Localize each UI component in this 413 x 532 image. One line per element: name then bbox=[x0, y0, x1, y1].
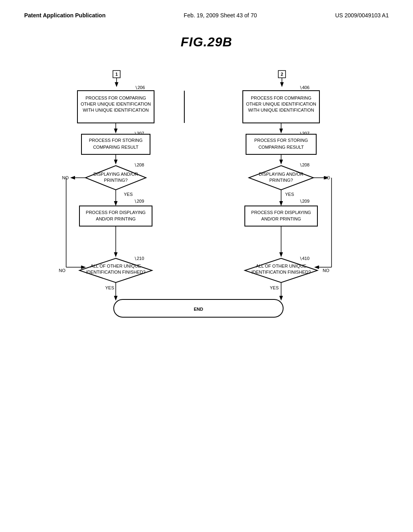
svg-text:YES: YES bbox=[285, 192, 294, 197]
svg-rect-61 bbox=[245, 206, 317, 226]
svg-text:∖209: ∖209 bbox=[134, 199, 144, 204]
svg-text:∖406: ∖406 bbox=[299, 85, 309, 90]
page: Patent Application Publication Feb. 19, … bbox=[0, 0, 413, 532]
svg-text:∖210: ∖210 bbox=[134, 256, 144, 261]
svg-text:ALL OF OTHER UNIQUE: ALL OF OTHER UNIQUE bbox=[91, 264, 141, 268]
svg-text:WITH UNIQUE IDENTIFICATION: WITH UNIQUE IDENTIFICATION bbox=[248, 108, 314, 112]
svg-text:DISPLAYING AND/OR: DISPLAYING AND/OR bbox=[259, 172, 303, 177]
svg-text:YES: YES bbox=[105, 285, 114, 290]
svg-text:COMPARING RESULT: COMPARING RESULT bbox=[93, 145, 139, 150]
svg-text:1: 1 bbox=[115, 72, 118, 77]
svg-text:DISPLAYING AND/OR: DISPLAYING AND/OR bbox=[94, 172, 138, 177]
svg-text:YES: YES bbox=[270, 285, 279, 290]
svg-text:NO: NO bbox=[59, 268, 66, 273]
svg-rect-46 bbox=[246, 134, 316, 154]
svg-text:∖208: ∖208 bbox=[134, 162, 144, 167]
svg-text:IDENTIFICATION FINISHED?: IDENTIFICATION FINISHED? bbox=[86, 270, 145, 274]
svg-text:NO: NO bbox=[323, 268, 330, 273]
publication-label: Patent Application Publication bbox=[24, 12, 106, 19]
flowchart-svg: 1 ∖206 PROCESS FOR COMPARING OTHER UNIQU… bbox=[53, 70, 360, 352]
svg-text:WITH UNIQUE IDENTIFICATION: WITH UNIQUE IDENTIFICATION bbox=[83, 108, 149, 112]
svg-text:PRINTING?: PRINTING? bbox=[104, 178, 128, 183]
svg-text:AND/OR PRINTING: AND/OR PRINTING bbox=[96, 216, 136, 221]
svg-text:AND/OR PRINTING: AND/OR PRINTING bbox=[261, 216, 301, 221]
svg-text:END: END bbox=[194, 307, 203, 312]
svg-text:PROCESS FOR STORING: PROCESS FOR STORING bbox=[254, 138, 308, 143]
svg-text:PROCESS FOR DISPLAYING: PROCESS FOR DISPLAYING bbox=[251, 210, 311, 215]
svg-text:∖410: ∖410 bbox=[299, 256, 309, 261]
svg-text:∖209: ∖209 bbox=[299, 199, 309, 204]
diagram-container: 1 ∖206 PROCESS FOR COMPARING OTHER UNIQU… bbox=[24, 70, 389, 352]
svg-text:PROCESS FOR COMPARING: PROCESS FOR COMPARING bbox=[251, 96, 311, 100]
sheet-info: Feb. 19, 2009 Sheet 43 of 70 bbox=[184, 12, 257, 19]
page-header: Patent Application Publication Feb. 19, … bbox=[24, 12, 389, 19]
svg-text:∖208: ∖208 bbox=[299, 162, 309, 167]
patent-number: US 2009/0049103 A1 bbox=[335, 12, 389, 19]
svg-rect-10 bbox=[81, 134, 150, 154]
svg-text:NO: NO bbox=[62, 175, 69, 180]
svg-text:PROCESS FOR DISPLAYING: PROCESS FOR DISPLAYING bbox=[86, 210, 146, 215]
svg-text:∖206: ∖206 bbox=[135, 85, 145, 90]
svg-text:OTHER UNIQUE IDENTIFICATION: OTHER UNIQUE IDENTIFICATION bbox=[246, 102, 316, 106]
svg-text:PRINTING?: PRINTING? bbox=[269, 178, 293, 183]
svg-text:COMPARING RESULT: COMPARING RESULT bbox=[259, 145, 304, 150]
svg-text:PROCESS FOR COMPARING: PROCESS FOR COMPARING bbox=[86, 96, 146, 100]
svg-rect-25 bbox=[79, 206, 152, 226]
svg-text:OTHER UNIQUE IDENTIFICATION: OTHER UNIQUE IDENTIFICATION bbox=[81, 102, 151, 106]
svg-text:PROCESS FOR STORING: PROCESS FOR STORING bbox=[89, 138, 142, 143]
figure-title: FIG.29B bbox=[24, 35, 389, 50]
svg-text:IDENTIFICATION FINISHED?: IDENTIFICATION FINISHED? bbox=[251, 270, 311, 274]
svg-text:YES: YES bbox=[124, 192, 133, 197]
svg-text:2: 2 bbox=[281, 72, 283, 77]
svg-text:ALL OF OTHER UNIQUE: ALL OF OTHER UNIQUE bbox=[256, 264, 307, 268]
